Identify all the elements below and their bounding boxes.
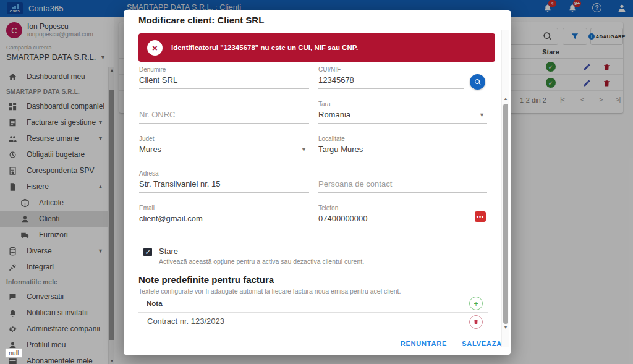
chevron-down-icon: ▼ — [479, 112, 485, 118]
modal-scrollbar[interactable]: ▲ ▼ — [501, 30, 509, 347]
denumire-value[interactable]: Client SRL — [139, 74, 309, 89]
localitate-field[interactable]: Localitate Targu Mures — [318, 135, 487, 158]
localitate-value[interactable]: Targu Mures — [318, 143, 487, 158]
notes-section-title: Note predefinite pentru factura — [138, 274, 274, 285]
edit-client-modal: Modificare client: Client SRL × Identifi… — [124, 10, 511, 355]
search-icon — [474, 78, 482, 86]
cancel-button[interactable]: RENUNTARE — [401, 340, 447, 347]
stare-description: Activează această opțiune pentru a activ… — [159, 258, 364, 265]
lookup-cui-button[interactable] — [470, 74, 485, 90]
cui-nif-value[interactable]: 12345678 — [318, 74, 464, 89]
email-field[interactable]: Email client@gmail.com — [139, 205, 309, 227]
error-banner: × Identificatorul "12345678" nu este un … — [138, 33, 495, 62]
tooltip: null — [5, 348, 22, 358]
note-input[interactable]: Contract nr. 123/2023 — [147, 316, 441, 329]
error-icon: × — [147, 40, 163, 56]
notes-section-subtitle: Textele configurate vor fi adăugate auto… — [138, 287, 401, 295]
modal-title: Modificare client: Client SRL — [138, 15, 264, 25]
telefon-field[interactable]: Telefon 07400000000 — [318, 205, 472, 227]
tara-field[interactable]: Tara Romania ▼ — [318, 101, 487, 124]
denumire-field[interactable]: Denumire Client SRL — [139, 66, 309, 89]
chevron-down-icon: ▼ — [301, 146, 307, 153]
tara-value[interactable]: Romania — [318, 108, 487, 124]
modal-scrollbar-thumb[interactable] — [503, 104, 508, 324]
persoana-contact-placeholder[interactable]: Persoana de contact — [318, 177, 487, 193]
telefon-value[interactable]: 07400000000 — [318, 212, 472, 227]
phone-country-icon[interactable]: ••• — [475, 211, 486, 222]
error-message: Identificatorul "12345678" nu este un CU… — [171, 44, 358, 51]
save-button[interactable]: SALVEAZA — [462, 340, 502, 347]
delete-note-button[interactable] — [469, 315, 483, 329]
divider — [138, 312, 488, 313]
stare-label: Stare — [159, 247, 364, 256]
trash-icon — [473, 319, 479, 325]
add-note-button[interactable]: + — [469, 297, 483, 310]
cui-nif-field[interactable]: CUI/NIF 12345678 — [318, 66, 464, 89]
adresa-value[interactable]: Str. Transilvaniei nr. 15 — [139, 177, 309, 193]
nr-onrc-placeholder[interactable]: Nr. ONRC — [139, 108, 309, 124]
scroll-down-icon[interactable]: ▼ — [502, 325, 509, 329]
nr-onrc-field[interactable]: Nr. ONRC — [139, 101, 309, 124]
email-value[interactable]: client@gmail.com — [139, 212, 309, 227]
scroll-up-icon[interactable]: ▲ — [502, 96, 509, 101]
adresa-field[interactable]: Adresa Str. Transilvaniei nr. 15 — [139, 170, 309, 193]
app-root: C365 Conta365 SMARTAPP DATA S.R.L. : Cli… — [0, 0, 633, 364]
judet-value[interactable]: Mures — [139, 143, 309, 158]
persoana-contact-field[interactable]: Persoana de contact — [318, 170, 487, 193]
stare-checkbox[interactable]: ✓ — [143, 248, 152, 256]
judet-field[interactable]: Judet Mures ▼ — [139, 135, 309, 158]
nota-column-header: Nota — [147, 300, 163, 307]
